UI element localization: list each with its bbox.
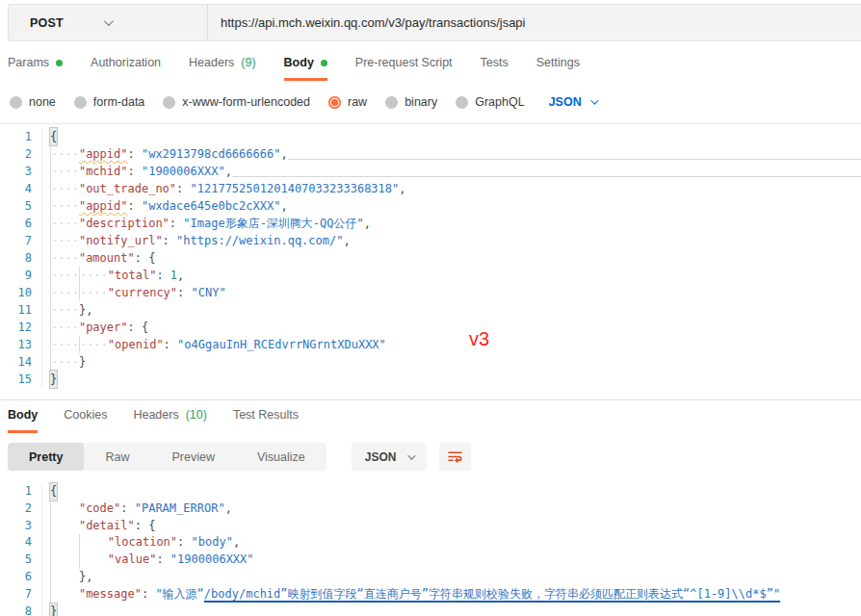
view-preview-button[interactable]: Preview [150,443,235,471]
url-input[interactable] [208,5,861,40]
code-token: } [50,371,57,388]
line-number: 7 [0,586,42,603]
code-token [51,518,79,535]
method-label: POST [30,16,64,30]
tab-tests-label: Tests [481,56,509,69]
tab-test-results[interactable]: Test Results [233,408,299,433]
radio-selected-icon [328,96,341,109]
code-line: 8} [0,603,861,616]
code-line: 5 "value": "1900006XXX" [0,552,861,569]
code-token: "CNY" [192,284,226,301]
tab-cookies-label: Cookies [64,408,107,422]
tab-body[interactable]: Body [284,56,327,81]
request-url-bar: POST [8,4,861,41]
wrap-text-button[interactable] [439,443,471,471]
view-preview-label: Preview [171,450,214,464]
line-number: 15 [0,371,42,388]
code-token: : [120,500,134,518]
tab-headers[interactable]: Headers (9) [189,56,256,81]
chevron-down-icon [590,96,598,104]
code-token: , [364,215,371,232]
code-token: , [233,534,240,552]
tab-settings-label: Settings [536,56,580,69]
code-token: ···· [51,145,79,163]
view-pretty-button[interactable]: Pretty [8,443,84,471]
code-token: "out_trade_no" [79,180,176,197]
line-number: 3 [0,518,42,535]
response-headers-count: (10) [186,408,207,422]
request-body-editor[interactable]: v3 1{2····"appid": "wx2913798cd6666666",… [0,123,861,394]
code-token: ···· [51,232,79,249]
response-tabs: Body Cookies Headers (10) Test Results [0,400,861,433]
line-number: 5 [0,552,42,569]
code-token: ···· [51,267,79,284]
code-line: 1{ [0,128,861,145]
raw-language-label: JSON [549,95,582,109]
radio-binary[interactable]: binary [385,95,437,109]
line-number: 12 [0,319,42,336]
view-visualize-button[interactable]: Visualize [236,443,326,471]
radio-icon [163,96,175,109]
code-line: 12····"payer": { [0,319,861,336]
line-number: 6 [0,215,42,232]
radio-icon [456,96,468,109]
code-token: : [127,145,141,163]
code-line: 6····"description": "Image形象店-深圳腾大-QQ公仔"… [0,215,861,232]
tab-pre-request-script[interactable]: Pre-request Script [355,56,453,81]
code-token: "1217752501201407033233368318" [191,180,400,197]
code-line: 13········"openid": "o4GgauInH_RCEdvrrNG… [0,336,861,353]
tab-cookies[interactable]: Cookies [64,408,107,433]
code-token: { [148,518,155,535]
line-number: 11 [0,301,42,319]
line-number: 6 [0,569,42,586]
tab-response-headers-label: Headers [133,408,178,422]
tab-authorization[interactable]: Authorization [91,56,161,81]
tab-response-headers[interactable]: Headers (10) [133,408,206,433]
radio-none[interactable]: none [10,95,56,109]
code-token: } [50,603,57,616]
response-language-dropdown[interactable]: JSON [352,443,428,471]
method-dropdown[interactable]: POST [9,5,208,40]
code-token: "location" [108,534,177,552]
code-token: : [156,267,170,284]
code-token: "appid" [79,197,128,215]
code-line: 8····"amount": { [0,249,861,267]
view-pretty-label: Pretty [29,450,63,464]
tab-response-body[interactable]: Body [8,408,38,433]
code-token [80,534,108,552]
response-view-switcher: Pretty Raw Preview Visualize [8,443,326,471]
code-token: ···· [80,284,108,301]
chevron-down-icon [408,451,416,459]
radio-graphql[interactable]: GraphQL [456,95,524,109]
line-number: 8 [0,603,42,616]
radio-raw[interactable]: raw [328,95,367,109]
code-line: 10········"currency": "CNY" [0,284,861,301]
view-raw-button[interactable]: Raw [84,443,150,471]
tab-params[interactable]: Params [8,56,63,81]
code-token: "total" [108,267,157,284]
radio-x-www-form-urlencoded[interactable]: x-www-form-urlencoded [163,95,310,109]
code-line: 2 "code": "PARAM_ERROR", [0,500,861,518]
line-number: 3 [0,163,42,180]
raw-language-dropdown[interactable]: JSON [549,95,596,109]
code-token [51,552,79,569]
radio-form-data[interactable]: form-data [74,95,145,109]
tab-tests[interactable]: Tests [481,56,509,81]
code-token: "message" [79,586,142,603]
request-tabs: Params Authorization Headers (9) Body Pr… [0,56,861,81]
code-line: 7····"notify_url": "https://weixin.qq.co… [0,232,861,249]
tab-settings[interactable]: Settings [536,56,580,81]
code-token [80,552,108,569]
code-token: "amount" [79,249,135,267]
code-token: ···· [51,336,79,353]
radio-binary-label: binary [404,95,437,109]
code-line: 5····"appid": "wxdace645e0bc2cXXX", [0,197,861,215]
code-token [51,534,79,552]
response-body-viewer[interactable]: 1{2 "code": "PARAM_ERROR",3 "detail": {4… [0,483,861,616]
line-number: 2 [0,500,42,518]
code-token: : [127,163,141,180]
code-token: "currency" [108,284,177,301]
radio-form-data-label: form-data [93,95,145,109]
radio-graphql-label: GraphQL [475,95,524,109]
annotation-underline [288,159,861,160]
